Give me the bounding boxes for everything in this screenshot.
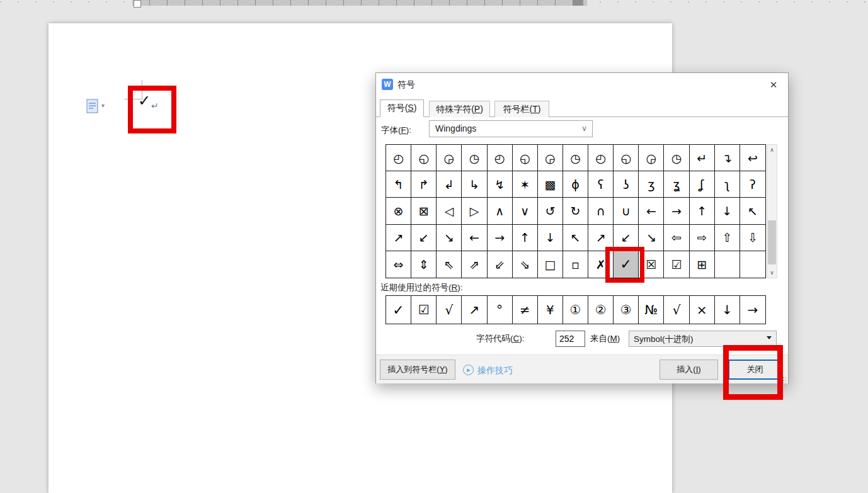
chevron-down-icon[interactable]: ∨ xyxy=(581,124,587,133)
symbol-cell[interactable]: ◁ xyxy=(437,198,462,224)
symbol-cell[interactable]: ∪ xyxy=(614,198,639,224)
symbol-cell[interactable]: ∩ xyxy=(588,198,614,224)
recent-symbol-cell[interactable]: ¥ xyxy=(538,296,563,324)
symbol-cell[interactable]: ↓ xyxy=(715,198,740,224)
symbol-cell[interactable]: ↖ xyxy=(563,225,588,251)
symbol-cell[interactable]: ◴ xyxy=(386,145,411,171)
tab-symbol-bar[interactable]: 符号栏(T) xyxy=(494,101,549,117)
symbol-cell[interactable]: ↲ xyxy=(437,171,462,198)
recent-symbol-cell[interactable]: ✓ xyxy=(386,296,411,324)
symbol-cell[interactable]: ʓ xyxy=(664,171,689,198)
ruler-indent-marker[interactable] xyxy=(134,0,141,8)
recent-symbol-cell[interactable]: ° xyxy=(488,296,513,324)
tab-special-characters[interactable]: 特殊字符(P) xyxy=(429,101,490,117)
recent-symbol-cell[interactable]: ☑ xyxy=(411,296,437,324)
symbol-cell[interactable]: ▷ xyxy=(462,198,487,224)
character-code-input[interactable] xyxy=(556,331,585,347)
symbol-cell[interactable]: ← xyxy=(462,225,487,251)
symbol-cell[interactable]: ◴ xyxy=(488,145,513,171)
symbol-cell[interactable]: ✶ xyxy=(513,171,538,198)
symbol-cell[interactable]: ⊠ xyxy=(411,198,437,224)
symbol-cell[interactable]: ↵ xyxy=(690,145,715,171)
symbol-cell[interactable]: ◶ xyxy=(639,145,664,171)
symbol-cell[interactable]: ↳ xyxy=(462,171,487,198)
symbol-grid[interactable]: ◴◵◶◷◴◵◶◷◴◵◶◷↵↴↩↰↱↲↳↯✶▩ɸʕʖʒʓʆʅʔ⊗⊠◁▷∧∨↺↻∩∪… xyxy=(385,144,766,278)
symbol-cell[interactable]: ↴ xyxy=(715,145,740,171)
symbol-cell[interactable] xyxy=(715,251,740,278)
symbol-cell[interactable]: ⇔ xyxy=(386,251,411,278)
symbol-cell[interactable]: ◶ xyxy=(437,145,462,171)
symbol-cell[interactable]: → xyxy=(488,225,513,251)
scrollbar-thumb[interactable] xyxy=(768,220,776,264)
scrollbar-down-icon[interactable]: ∨ xyxy=(767,268,777,278)
symbol-cell[interactable]: ʒ xyxy=(639,171,664,198)
symbol-cell[interactable]: ↱ xyxy=(411,171,437,198)
symbol-cell[interactable]: ↩ xyxy=(740,145,765,171)
symbol-cell[interactable]: ↓ xyxy=(538,225,563,251)
dialog-close-icon[interactable]: ✕ xyxy=(762,76,785,94)
operation-tips-link[interactable]: 操作技巧 xyxy=(477,365,513,377)
symbol-cell[interactable]: ⇧ xyxy=(715,225,740,251)
symbol-cell[interactable]: ▩ xyxy=(538,171,563,198)
symbol-cell[interactable]: ◵ xyxy=(614,145,639,171)
symbol-cell[interactable]: ↘ xyxy=(437,225,462,251)
recent-symbols-grid[interactable]: ✓☑√↗°≠¥①②③№√×↓→ xyxy=(385,295,766,324)
insert-button[interactable]: 插入(I) xyxy=(660,360,718,380)
symbol-cell[interactable]: ʔ xyxy=(740,171,765,198)
symbol-cell[interactable]: ⊗ xyxy=(386,198,411,224)
scrollbar-up-icon[interactable]: ∧ xyxy=(767,145,777,155)
symbol-cell[interactable]: ◵ xyxy=(411,145,437,171)
symbol-cell[interactable]: ◴ xyxy=(588,145,614,171)
symbol-cell[interactable]: ⇨ xyxy=(690,225,715,251)
symbol-cell[interactable]: ◶ xyxy=(538,145,563,171)
symbol-cell[interactable]: ↗ xyxy=(386,225,411,251)
symbol-cell[interactable]: ↑ xyxy=(690,198,715,224)
recent-symbol-cell[interactable]: № xyxy=(639,296,664,324)
tab-symbols[interactable]: 符号(S) xyxy=(380,99,424,117)
recent-symbol-cell[interactable]: √ xyxy=(437,296,462,324)
symbol-cell[interactable]: ◷ xyxy=(664,145,689,171)
symbol-cell[interactable] xyxy=(740,251,765,278)
symbol-cell[interactable]: ⇕ xyxy=(411,251,437,278)
symbol-cell[interactable]: ʅ xyxy=(715,171,740,198)
dropdown-caret-icon[interactable] xyxy=(767,336,772,339)
symbol-cell[interactable]: ↙ xyxy=(411,225,437,251)
symbol-cell[interactable]: ⇙ xyxy=(488,251,513,278)
symbol-cell[interactable]: ↯ xyxy=(488,171,513,198)
symbol-cell[interactable]: ∨ xyxy=(513,198,538,224)
symbol-cell[interactable]: ↑ xyxy=(513,225,538,251)
recent-symbol-cell[interactable]: ② xyxy=(588,296,614,324)
font-combobox[interactable]: Wingdings ∨ xyxy=(429,120,593,137)
symbol-grid-scrollbar[interactable]: ∧ ∨ xyxy=(767,144,777,278)
symbol-cell[interactable]: ⇘ xyxy=(513,251,538,278)
play-circle-icon[interactable]: ▶ xyxy=(463,365,474,375)
symbol-cell[interactable]: ∧ xyxy=(488,198,513,224)
symbol-cell[interactable]: ▫ xyxy=(563,251,588,278)
recent-symbol-cell[interactable]: → xyxy=(740,296,765,324)
recent-symbol-cell[interactable]: × xyxy=(690,296,715,324)
paste-options-dropdown-icon[interactable]: ▾ xyxy=(101,102,105,109)
recent-symbol-cell[interactable]: ① xyxy=(563,296,588,324)
symbol-cell[interactable]: ↺ xyxy=(538,198,563,224)
symbol-cell[interactable]: ◷ xyxy=(563,145,588,171)
symbol-cell[interactable]: ɸ xyxy=(563,171,588,198)
symbol-cell[interactable]: ◵ xyxy=(513,145,538,171)
symbol-cell[interactable]: ʆ xyxy=(690,171,715,198)
horizontal-ruler[interactable] xyxy=(132,0,587,6)
symbol-cell[interactable]: ↖ xyxy=(740,198,765,224)
symbol-cell[interactable]: ↻ xyxy=(563,198,588,224)
symbol-cell[interactable]: ☑ xyxy=(664,251,689,278)
symbol-cell[interactable]: ⇦ xyxy=(664,225,689,251)
symbol-cell[interactable]: ← xyxy=(639,198,664,224)
symbol-cell[interactable]: ʖ xyxy=(614,171,639,198)
symbol-cell[interactable]: → xyxy=(664,198,689,224)
insert-to-symbol-bar-button[interactable]: 插入到符号栏(Y) xyxy=(380,360,455,380)
symbol-cell[interactable]: ⇗ xyxy=(462,251,487,278)
ruler-right-indent-marker[interactable] xyxy=(573,0,583,6)
recent-symbol-cell[interactable]: ≠ xyxy=(513,296,538,324)
paste-options-icon[interactable] xyxy=(86,98,100,114)
symbol-cell[interactable]: ⇖ xyxy=(437,251,462,278)
symbol-cell[interactable]: ʕ xyxy=(588,171,614,198)
symbol-cell[interactable]: ⇩ xyxy=(740,225,765,251)
symbol-cell[interactable]: ◷ xyxy=(462,145,487,171)
